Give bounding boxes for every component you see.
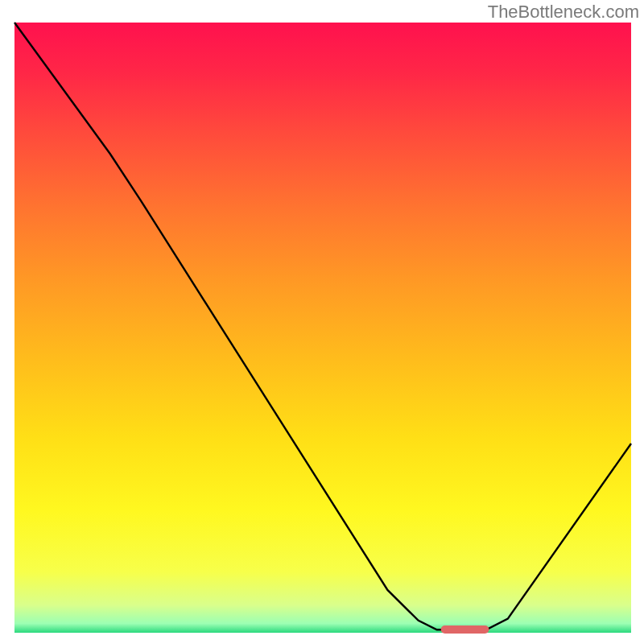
chart-container: { "watermark": "TheBottleneck.com", "cha…	[0, 0, 644, 644]
bottleneck-chart	[0, 0, 644, 644]
watermark-text: TheBottleneck.com	[488, 2, 639, 23]
svg-rect-0	[14, 23, 631, 633]
